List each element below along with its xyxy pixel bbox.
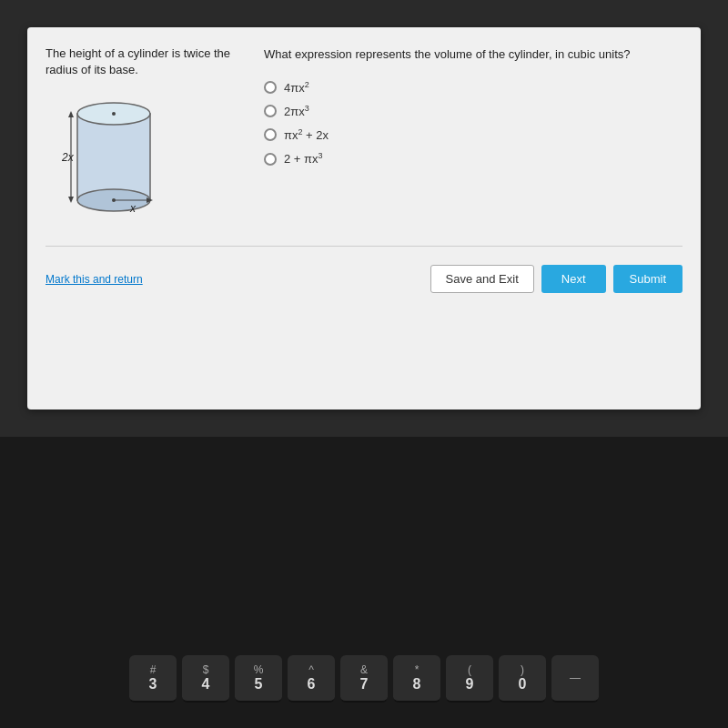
key-5-symbol: % <box>254 663 264 676</box>
option-a[interactable]: 4πx2 <box>264 80 682 95</box>
quiz-card: The height of a cylinder is twice the ra… <box>27 27 701 410</box>
footer-buttons: Save and Exit Next Submit <box>430 265 682 293</box>
footer: Mark this and return Save and Exit Next … <box>46 256 682 293</box>
key-3[interactable]: # 3 <box>129 655 177 703</box>
radio-d[interactable] <box>264 153 277 166</box>
key-5[interactable]: % 5 <box>235 655 282 703</box>
submit-button[interactable]: Submit <box>613 265 682 293</box>
key-6-symbol: ^ <box>308 663 314 676</box>
key-7[interactable]: & 7 <box>340 655 388 703</box>
key-4-symbol: $ <box>203 663 209 676</box>
svg-text:2x: 2x <box>61 151 75 164</box>
problem-statement: The height of a cylinder is twice the ra… <box>46 46 246 78</box>
question-text: What expression represents the volume of… <box>264 46 682 64</box>
option-c[interactable]: πx2 + 2x <box>264 127 682 142</box>
radio-a[interactable] <box>264 81 277 94</box>
radio-b[interactable] <box>264 105 277 117</box>
key-4-num: 4 <box>202 676 210 693</box>
svg-marker-5 <box>68 197 74 203</box>
right-panel: What expression represents the volume of… <box>264 46 682 218</box>
cylinder-illustration: 2x x <box>55 91 173 218</box>
svg-point-10 <box>112 112 116 116</box>
key-0-num: 0 <box>519 676 527 693</box>
svg-point-11 <box>112 198 116 202</box>
key-9[interactable]: ( 9 <box>446 655 493 703</box>
key-6-num: 6 <box>308 676 316 693</box>
key-8-symbol: * <box>415 663 420 676</box>
key-3-num: 3 <box>149 676 157 693</box>
options-list: 4πx2 2πx3 πx2 + 2x <box>264 80 682 167</box>
key-7-symbol: & <box>360 663 368 676</box>
key-4[interactable]: $ 4 <box>182 655 229 703</box>
screen-area: The height of a cylinder is twice the ra… <box>0 0 728 437</box>
key-0[interactable]: ) 0 <box>499 655 546 703</box>
option-d-label: 2 + πx3 <box>284 151 323 166</box>
save-exit-button[interactable]: Save and Exit <box>430 265 534 293</box>
quiz-content: The height of a cylinder is twice the ra… <box>46 46 682 237</box>
key-8[interactable]: * 8 <box>393 655 440 703</box>
keyboard-row: # 3 $ 4 % 5 ^ 6 & 7 * 8 ( 9 ) 0 <box>129 655 599 703</box>
option-b-label: 2πx3 <box>284 104 309 118</box>
key-minus-symbol: — <box>570 672 581 684</box>
option-a-label: 4πx2 <box>284 80 309 95</box>
option-d[interactable]: 2 + πx3 <box>264 151 682 166</box>
key-3-symbol: # <box>150 663 157 676</box>
key-5-num: 5 <box>255 676 263 693</box>
option-b[interactable]: 2πx3 <box>264 104 682 118</box>
next-button[interactable]: Next <box>541 265 606 293</box>
key-0-symbol: ) <box>521 663 524 676</box>
svg-marker-4 <box>68 111 74 117</box>
key-9-symbol: ( <box>468 663 471 676</box>
mark-return-button[interactable]: Mark this and return <box>46 273 143 286</box>
key-8-num: 8 <box>413 676 421 693</box>
keyboard-area: # 3 $ 4 % 5 ^ 6 & 7 * 8 ( 9 ) 0 <box>0 437 728 728</box>
key-9-num: 9 <box>466 676 474 693</box>
svg-text:x: x <box>129 202 136 215</box>
key-7-num: 7 <box>360 676 369 693</box>
radio-c[interactable] <box>264 128 277 141</box>
option-c-label: πx2 + 2x <box>284 127 329 142</box>
key-minus[interactable]: — <box>551 655 599 703</box>
left-panel: The height of a cylinder is twice the ra… <box>46 46 246 218</box>
key-6[interactable]: ^ 6 <box>288 655 335 703</box>
footer-divider <box>46 246 682 247</box>
svg-rect-0 <box>77 114 150 200</box>
